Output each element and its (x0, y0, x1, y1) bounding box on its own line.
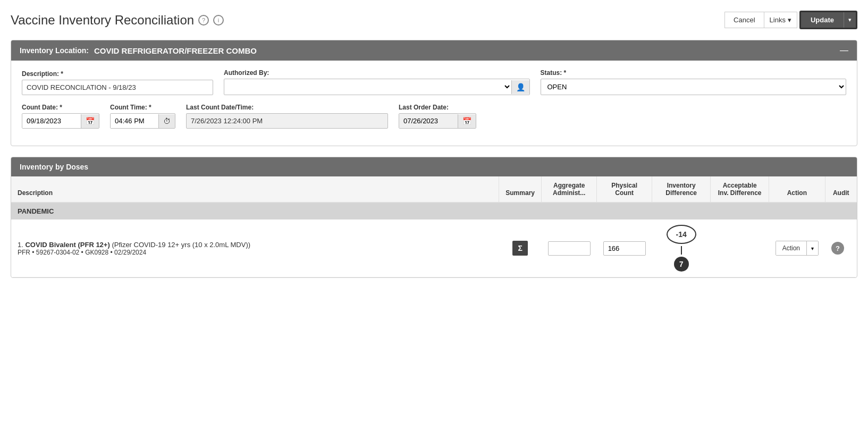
vaccine-subtitle: PFR • 59267-0304-02 • GK0928 • 02/29/202… (18, 249, 493, 256)
action-button[interactable]: Action (776, 241, 806, 255)
links-caret-icon: ▾ (788, 16, 791, 24)
inventory-location-card: Inventory Location: COVID REFRIGERATOR/F… (11, 40, 857, 146)
aggregate-input[interactable] (548, 241, 591, 256)
last-order-calendar-icon[interactable]: 📅 (458, 114, 476, 128)
sigma-button[interactable]: Σ (512, 241, 527, 256)
physical-count-input[interactable] (603, 241, 646, 256)
status-select[interactable]: OPEN (541, 79, 846, 95)
col-inventory-diff: Inventory Difference (652, 176, 711, 202)
update-button-group: Update ▾ (799, 11, 857, 29)
last-count-label: Last Count Date/Time: (186, 104, 388, 111)
title-area: Vaccine Inventory Reconciliation ? i (11, 13, 224, 28)
last-order-input-group: 📅 (399, 113, 476, 129)
vaccine-description-cell: 1. COVID Bivalent (PFR 12+) (Pfizer COVI… (11, 219, 499, 277)
audit-help-button[interactable]: ? (831, 242, 844, 255)
authorized-by-person-icon[interactable]: 👤 (511, 80, 529, 94)
cancel-button[interactable]: Cancel (724, 12, 764, 28)
audit-cell: ? (825, 219, 857, 277)
aggregate-cell (542, 219, 597, 277)
count-time-clock-icon[interactable]: ⏱ (158, 114, 175, 128)
description-input[interactable] (22, 80, 213, 95)
action-button-group: Action ▾ (776, 241, 819, 256)
count-time-group: Count Time: ⏱ (110, 104, 175, 129)
info-icon[interactable]: i (213, 15, 224, 26)
status-label: Status: (541, 69, 847, 77)
vaccine-name: 1. COVID Bivalent (PFR 12+) (Pfizer COVI… (18, 241, 493, 249)
page-title: Vaccine Inventory Reconciliation (11, 13, 194, 28)
inventory-location-header: Inventory Location: COVID REFRIGERATOR/F… (11, 40, 857, 61)
authorized-by-group: Authorized By: 👤 (224, 69, 530, 95)
summary-cell: Σ (499, 219, 542, 277)
update-button[interactable]: Update (801, 12, 844, 28)
col-physical-count: Physical Count (597, 176, 652, 202)
col-aggregate: Aggregate Administ... (542, 176, 597, 202)
authorized-by-select[interactable] (224, 79, 511, 95)
inventory-table-header: Inventory by Doses (11, 157, 857, 176)
col-audit: Audit (825, 176, 857, 202)
physical-count-cell (597, 219, 652, 277)
count-time-input[interactable] (111, 114, 158, 128)
callout-badge: 7 (674, 257, 689, 272)
diff-callout-container: -14 7 (659, 225, 704, 272)
count-time-label: Count Time: (110, 104, 175, 111)
count-date-label: Count Date: (22, 104, 99, 111)
status-group: Status: OPEN (541, 69, 847, 95)
col-description: Description (11, 176, 499, 202)
last-count-input (186, 113, 388, 129)
action-dropdown-button[interactable]: ▾ (806, 241, 818, 255)
form-row-2: Count Date: 📅 Count Time: ⏱ Last Count D… (22, 104, 846, 129)
description-label: Description: (22, 70, 213, 78)
authorized-by-input-group: 👤 (224, 79, 530, 95)
inventory-table: Description Summary Aggregate Administ..… (11, 176, 857, 277)
inventory-location-value: COVID REFRIGERATOR/FREEZER COMBO (94, 46, 257, 55)
acceptable-inv-cell (711, 219, 769, 277)
inventory-diff-value: -14 (667, 225, 696, 244)
question-icon[interactable]: ? (198, 15, 209, 26)
col-action: Action (769, 176, 825, 202)
form-area: Description: Authorized By: 👤 Status: OP… (11, 61, 857, 146)
col-summary: Summary (499, 176, 542, 202)
inventory-location-label: Inventory Location: (20, 46, 89, 55)
last-count-group: Last Count Date/Time: (186, 104, 388, 129)
inventory-diff-cell: -14 7 (652, 219, 711, 277)
header-left: Inventory Location: COVID REFRIGERATOR/F… (20, 46, 257, 55)
header-buttons: Cancel Links ▾ Update ▾ (724, 11, 857, 29)
update-dropdown-button[interactable]: ▾ (844, 12, 856, 28)
collapse-icon[interactable]: — (840, 46, 848, 55)
inventory-by-doses-card: Inventory by Doses Description Summary A… (11, 157, 857, 278)
authorized-by-label: Authorized By: (224, 69, 530, 77)
form-row-1: Description: Authorized By: 👤 Status: OP… (22, 69, 846, 95)
count-time-input-group: ⏱ (110, 113, 175, 129)
count-date-calendar-icon[interactable]: 📅 (81, 114, 99, 128)
table-header-row: Description Summary Aggregate Administ..… (11, 176, 857, 202)
col-acceptable-inv: Acceptable Inv. Difference (711, 176, 769, 202)
count-date-group: Count Date: 📅 (22, 104, 99, 129)
count-date-input-group: 📅 (22, 113, 99, 129)
callout-line (681, 246, 682, 255)
last-order-input (399, 114, 458, 128)
last-order-label: Last Order Date: (399, 104, 476, 111)
group-name: PANDEMIC (11, 202, 857, 219)
table-row: 1. COVID Bivalent (PFR 12+) (Pfizer COVI… (11, 219, 857, 277)
links-button[interactable]: Links ▾ (764, 12, 797, 28)
group-row-pandemic: PANDEMIC (11, 202, 857, 219)
last-order-group: Last Order Date: 📅 (399, 104, 476, 129)
page-header: Vaccine Inventory Reconciliation ? i Can… (11, 11, 857, 29)
action-cell: Action ▾ (769, 219, 825, 277)
count-date-input[interactable] (22, 114, 81, 128)
description-group: Description: (22, 70, 213, 95)
status-input-group: OPEN (541, 79, 847, 95)
